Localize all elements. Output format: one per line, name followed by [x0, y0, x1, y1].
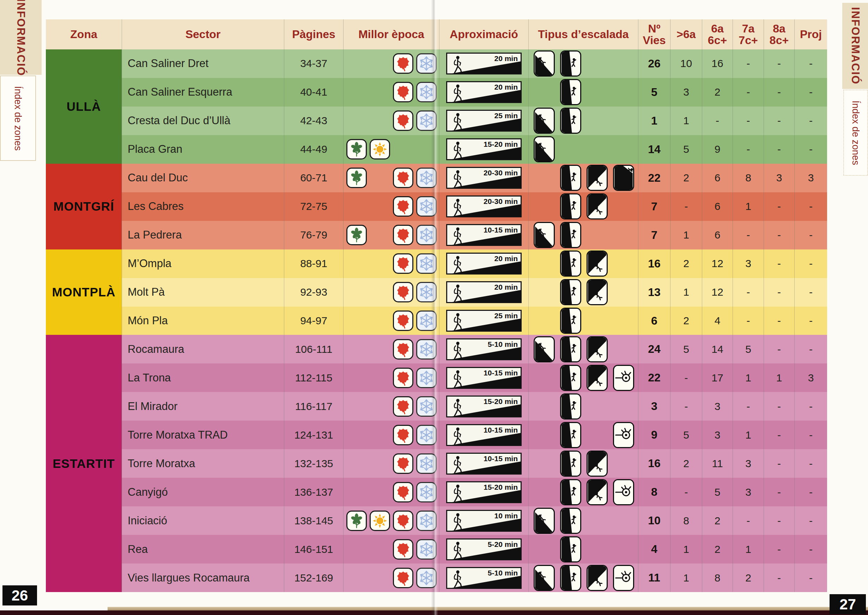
season-autumn-icon [393, 568, 413, 588]
sector-name: Cresta del Duc d’Ullà [128, 114, 230, 127]
climb-types-cell [528, 250, 638, 278]
pages-cell: 124-131 [284, 421, 343, 449]
approach-time: 20 min [494, 254, 518, 263]
cell-value: 11 [712, 457, 723, 470]
col-header-proj: Proj [794, 19, 827, 49]
approach-cell: 20 min [439, 78, 528, 106]
hiker-approach-icon: 5-10 min [446, 339, 522, 360]
season-autumn-icon [393, 311, 413, 331]
climb-slot-2 [557, 78, 584, 106]
cell-value: 2 [683, 258, 689, 270]
count-8a-8c: - [764, 563, 794, 592]
cell-value: 3 [683, 86, 689, 98]
season-slot-autumn [391, 421, 415, 449]
pages-cell: 138-145 [284, 506, 343, 535]
climb-slot-1 [531, 478, 557, 506]
season-slot-summer [368, 78, 391, 106]
cell-value: 1 [683, 229, 689, 241]
left-info-tab-label: INFORMACIÓ [14, 0, 27, 76]
num-vies: 26 [638, 49, 670, 78]
season-cell [343, 135, 439, 164]
cell-value: 1 [745, 543, 751, 556]
col-header-label: Aproximació [450, 28, 518, 40]
approach-cell: 20-30 min [439, 192, 528, 221]
approach-time: 5-10 min [488, 340, 518, 349]
pages-range: 42-43 [300, 115, 327, 126]
approach-cell: 5-10 min [439, 563, 528, 592]
season-cell [343, 78, 439, 106]
count-7a-7c: - [732, 49, 764, 78]
count-proj: - [794, 506, 827, 535]
cell-value: 1 [683, 543, 689, 556]
table-row: Cau del Duc60-71 20-30 min 2226833 [122, 164, 827, 192]
cell-value: - [684, 401, 688, 412]
climb-slot-2 [557, 563, 584, 592]
season-slot-winter [415, 192, 438, 221]
cell-value: - [809, 58, 813, 70]
count-7a-7c: 8 [732, 164, 764, 192]
cell-value: - [778, 200, 781, 212]
climb-slab-icon [534, 508, 555, 534]
climb-slot-1 [531, 135, 557, 164]
col-header-label: >6a [676, 28, 695, 40]
cell-value: 2 [715, 543, 721, 556]
season-slot-summer [368, 364, 391, 392]
season-slot-spring [345, 506, 368, 535]
season-slot-summer [368, 221, 391, 250]
cell-value: - [778, 315, 781, 327]
climb-slot-4 [610, 78, 637, 106]
season-slot-winter [415, 49, 438, 78]
climb-slot-1 [531, 192, 557, 221]
col-header-label: Tipus d’escalada [538, 28, 628, 40]
col-header-zona: Zona [46, 19, 122, 49]
climb-types-cell [528, 364, 638, 392]
num-vies: 8 [638, 478, 670, 506]
num-vies: 16 [638, 449, 670, 478]
col-header-label: 6c+ [708, 34, 727, 46]
hiker-approach-icon: 25 min [446, 310, 522, 332]
cell-value: 1 [683, 286, 689, 298]
table-row: Torre Moratxa TRAD124-131 10-15 min 9531… [122, 421, 827, 449]
col-header-label: Millor època [358, 28, 424, 40]
approach-cell: 15-20 min [439, 478, 528, 506]
climb-slot-4 [610, 250, 637, 278]
climb-types-cell [528, 164, 638, 192]
cell-value: - [809, 286, 813, 298]
season-slot-winter [415, 392, 438, 421]
cell-value: - [778, 486, 781, 498]
approach-cell: 25 min [439, 307, 528, 335]
col-header-label: 8a [773, 23, 785, 34]
num-vies: 4 [638, 535, 670, 563]
count-6a-6c: 12 [702, 250, 732, 278]
pages-range: 76-79 [300, 229, 327, 241]
pages-cell: 136-137 [284, 478, 343, 506]
col-header-label: Nº [648, 23, 661, 34]
cell-value: 6 [715, 229, 721, 241]
season-slot-summer [368, 106, 391, 135]
count-proj: - [794, 563, 827, 592]
climb-trad-icon [613, 365, 634, 391]
season-autumn-icon [393, 453, 413, 474]
hiker-approach-icon: 25 min [446, 110, 522, 132]
season-slot-spring [345, 307, 368, 335]
cell-value: - [746, 58, 750, 70]
count-proj: - [794, 535, 827, 563]
climb-slot-3 [584, 192, 610, 221]
approach-cell: 5-10 min [439, 335, 528, 364]
count-8a-8c: - [764, 221, 794, 250]
count-proj: - [794, 49, 827, 78]
sector-name: Les Cabres [128, 200, 184, 213]
season-cell [343, 164, 439, 192]
climb-slab-icon [534, 108, 555, 134]
cell-value: 12 [711, 286, 723, 298]
season-summer-icon [369, 139, 390, 159]
cell-value: - [809, 486, 813, 498]
season-spring-icon [346, 225, 367, 245]
cell-value: - [778, 572, 781, 584]
count-gt6a: 5 [670, 135, 702, 164]
climb-slot-3 [584, 563, 610, 592]
cell-value: - [746, 315, 750, 327]
cell-value: - [746, 229, 750, 241]
zone-block-montplà: MONTPLÀM’Ompla88-91 20 min 162123--Molt … [46, 250, 827, 335]
count-proj: - [794, 307, 827, 335]
